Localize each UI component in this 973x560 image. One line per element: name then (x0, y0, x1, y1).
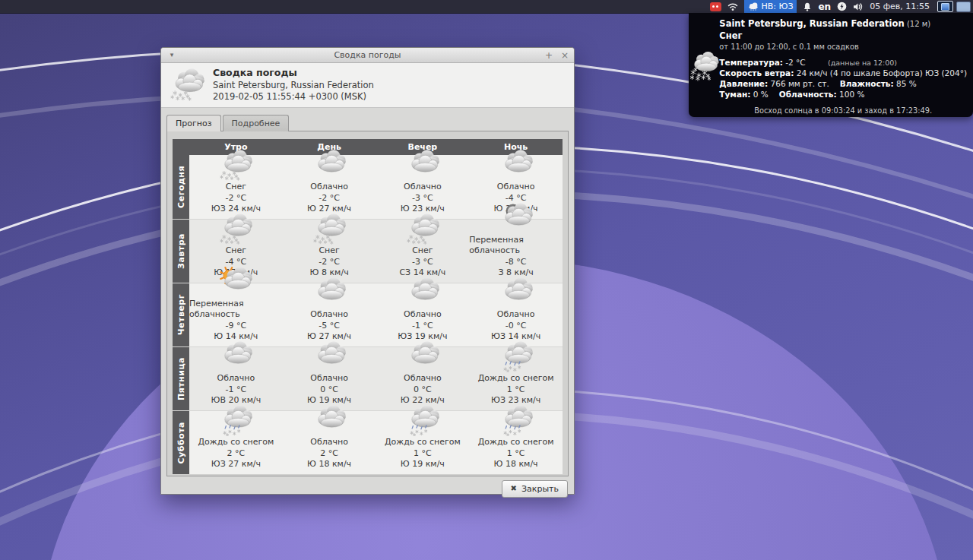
close-button[interactable]: ✖ Закрыть (502, 480, 568, 498)
volume-icon[interactable] (853, 2, 864, 11)
clock[interactable]: 05 фев, 11:55 (870, 2, 930, 11)
workspace-2[interactable] (956, 2, 971, 12)
temperature-label: 1 °C (507, 448, 525, 460)
bell-icon[interactable] (803, 2, 812, 11)
condition-label: Облачно (310, 309, 348, 321)
wind-label: Ю 19 км/ч (401, 459, 445, 470)
day-label: Сегодня (173, 155, 189, 219)
weather-tooltip-popup: Saint Petersburg, Russian Federation (12… (689, 13, 973, 117)
detail-label: Скорость ветра: (719, 68, 794, 78)
forecast-cell: Дождь со снегом 1 °C Ю 19 км/ч (376, 411, 470, 474)
condition-label: Облачно (497, 309, 535, 321)
weather-window: ▾ Сводка погоды + × Сводка погоды Saint … (160, 47, 575, 495)
temperature-label: -9 °C (226, 321, 247, 332)
keyboard-layout-indicator[interactable]: en (818, 2, 831, 11)
popup-location: Saint Petersburg, Russian Federation (719, 18, 904, 29)
wifi-icon[interactable] (727, 2, 738, 11)
weather-icon-cloudy (494, 277, 538, 308)
window-button-bar: ✖ Закрыть (161, 476, 574, 501)
weather-icon-sun-cloud (214, 266, 258, 298)
forecast-row: Четверг Переменная облачность -9 °C Ю 14… (173, 283, 563, 346)
forecast-cell: Облачно -5 °C Ю 27 км/ч (283, 283, 376, 346)
window-body: Прогноз Подробнее УтроДеньВечерНочь Сего… (161, 108, 574, 476)
condition-label: Облачно (217, 373, 255, 384)
condition-label: Дождь со снегом (478, 437, 554, 448)
weather-icon-rain-snow (401, 404, 445, 436)
temperature-label: 0 °C (414, 384, 432, 396)
close-window-button[interactable]: × (561, 51, 569, 60)
weather-detail-line: Давление: 766 мм рт. ст.Влажность: 85 % (719, 79, 967, 90)
weather-indicator-label: НВ: ЮЗ (762, 2, 794, 11)
forecast-cell: Дождь со снегом 1 °C Ю 18 км/ч (469, 411, 563, 474)
day-label: Суббота (173, 411, 189, 474)
weather-icon-snow (214, 149, 258, 181)
detail-label: Температура: (719, 58, 783, 67)
weather-icon-cloudy (401, 277, 445, 308)
weather-detail-line: Скорость ветра: 24 км/ч (4 по шкале Бофо… (719, 68, 967, 79)
top-panel: НВ: ЮЗ en 05 фев, 11:55 (0, 0, 973, 14)
temperature-label: -3 °C (412, 193, 433, 204)
temperature-label: -3 °C (412, 257, 433, 268)
forecast-cell: Облачно -1 °C ЮВ 20 км/ч (189, 347, 283, 410)
window-titlebar[interactable]: ▾ Сводка погоды + × (161, 48, 574, 63)
forecast-row: Суббота Дождь со снегом 2 °C ЮЗ 27 км/ч … (173, 410, 563, 474)
popup-condition: Снег (719, 30, 967, 42)
popup-body: Saint Petersburg, Russian Federation (12… (719, 13, 973, 117)
forecast-row: Пятница Облачно -1 °C ЮВ 20 км/ч Облачно… (173, 346, 563, 410)
weather-icon-cloudy (307, 404, 351, 436)
condition-label: Облачно (497, 182, 535, 193)
day-label: Пятница (173, 347, 189, 410)
forecast-cell: Снег -2 °C Ю 8 км/ч (283, 220, 376, 283)
header-weather-icon (169, 68, 205, 101)
detail-value: 100 % (839, 90, 864, 99)
day-label: Четверг (173, 283, 189, 346)
window-header: Сводка погоды Saint Petersburg, Russian … (161, 63, 574, 108)
maximize-button[interactable]: + (545, 51, 553, 60)
weather-icon-cloudy (307, 340, 351, 372)
forecast-corner-cell (173, 139, 189, 155)
power-manager-icon[interactable] (837, 2, 847, 11)
forecast-rows: Сегодня Снег -2 °C ЮЗ 24 км/ч Облачно -2… (173, 155, 563, 474)
weather-icon-cloudy (214, 340, 258, 372)
weather-icon-rain-snow (214, 404, 258, 436)
tab-details[interactable]: Подробнее (223, 115, 290, 131)
condition-label: Снег (226, 245, 246, 257)
temperature-label: 2 °C (320, 448, 338, 460)
popup-details: Температура: -2 °C (данные на 12:00)Скор… (719, 58, 967, 100)
forecast-cell: Дождь со снегом 1 °C ЮЗ 23 км/ч (469, 347, 563, 410)
tab-bar: Прогноз Подробнее (166, 115, 569, 131)
weather-detail-line: Температура: -2 °C (данные на 12:00) (719, 58, 967, 68)
day-label: Завтра (173, 220, 189, 283)
condition-label: Облачно (404, 373, 442, 384)
popup-title-line: Saint Petersburg, Russian Federation (12… (719, 18, 967, 30)
forecast-table: УтроДеньВечерНочь Сегодня Снег -2 °C ЮЗ … (173, 139, 563, 474)
weather-panel-plugin[interactable]: НВ: ЮЗ (744, 0, 797, 13)
temperature-label: -2 °C (319, 193, 340, 204)
weather-icon-moon-cloud (494, 202, 538, 234)
weather-icon-cloudy (307, 149, 351, 181)
close-button-label: Закрыть (521, 484, 559, 494)
detail-value: 24 км/ч (4 по шкале Бофорта) ЮЗ (204°) (797, 68, 967, 78)
temperature-label: 1 °C (507, 384, 525, 396)
tab-forecast[interactable]: Прогноз (166, 115, 221, 131)
forecast-cell: Облачно -0 °C ЮЗ 14 км/ч (469, 283, 563, 346)
weather-icon-rain-snow (494, 340, 538, 372)
weather-icon-snow (214, 213, 258, 245)
weather-icon-rain-snow (494, 404, 538, 436)
temperature-label: 2 °C (227, 448, 246, 460)
condition-label: Облачно (404, 309, 442, 321)
notification-badge-icon[interactable] (710, 2, 721, 11)
workspace-1-active[interactable] (937, 1, 953, 12)
detail-label: Влажность: (840, 79, 894, 88)
wind-label: Ю 18 км/ч (494, 459, 538, 470)
forecast-cell: Переменная облачность -9 °C Ю 14 км/ч (189, 283, 283, 346)
close-button-icon: ✖ (511, 485, 517, 492)
forecast-cell: Облачно 0 °C Ю 22 км/ч (376, 347, 470, 410)
detail-value: 0 % (753, 90, 769, 99)
condition-label: Снег (412, 245, 433, 257)
temperature-label: -2 °C (319, 257, 340, 268)
weather-detail-line: Туман: 0 %Облачность: 100 % (719, 90, 967, 100)
workspace-switcher[interactable] (937, 1, 971, 12)
temperature-label: 0 °C (320, 384, 338, 396)
condition-label: Облачно (310, 437, 348, 448)
